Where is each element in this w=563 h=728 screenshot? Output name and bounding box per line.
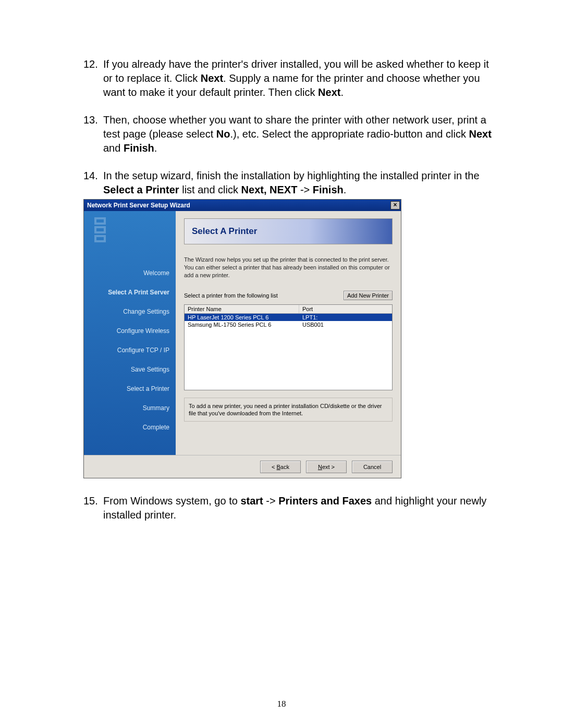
wizard-sidebar: WelcomeSelect A Print ServerChange Setti… — [84, 211, 176, 455]
step-12: 12. If you already have the printer's dr… — [83, 57, 500, 100]
col-port: Port — [299, 305, 392, 313]
printer-list-label: Select a printer from the following list — [184, 292, 344, 299]
window-title: Network Print Server Setup Wizard — [87, 202, 190, 209]
col-printer-name: Printer Name — [185, 305, 299, 313]
wizard-tip: To add a new printer, you need a printer… — [184, 398, 393, 422]
printer-list-header: Printer Name Port — [185, 305, 392, 314]
printer-row[interactable]: HP LaserJet 1200 Series PCL 6LPT1: — [185, 314, 392, 321]
back-button[interactable]: < Back — [260, 461, 301, 473]
sidebar-item-configure-wireless[interactable]: Configure Wireless — [84, 321, 176, 340]
wizard-main: Select A Printer The Wizard now helps yo… — [176, 211, 401, 455]
sidebar-item-select-a-printer[interactable]: Select a Printer — [84, 379, 176, 398]
wizard-heading: Select A Printer — [192, 226, 257, 237]
sidebar-item-summary[interactable]: Summary — [84, 398, 176, 417]
step-14: 14. In the setup wizard, finish the inst… — [83, 169, 500, 197]
close-icon[interactable]: × — [390, 201, 400, 209]
page-number: 18 — [0, 699, 563, 709]
sidebar-item-configure-tcp-ip[interactable]: Configure TCP / IP — [84, 340, 176, 360]
printer-name: HP LaserJet 1200 Series PCL 6 — [185, 314, 299, 321]
wizard-footer: < Back Next > Cancel — [84, 455, 401, 478]
step-13: 13. Then, choose whether you want to sha… — [83, 113, 500, 155]
instruction-list: 12. If you already have the printer's dr… — [63, 57, 500, 522]
sidebar-item-complete[interactable]: Complete — [84, 417, 176, 437]
cancel-button[interactable]: Cancel — [352, 461, 393, 473]
sidebar-item-save-settings[interactable]: Save Settings — [84, 360, 176, 379]
printer-row[interactable]: Samsung ML-1750 Series PCL 6USB001 — [185, 321, 392, 328]
printer-listbox[interactable]: Printer Name Port HP LaserJet 1200 Serie… — [184, 304, 393, 390]
step-body: If you already have the printer's driver… — [103, 57, 500, 100]
sidebar-item-welcome[interactable]: Welcome — [84, 263, 176, 282]
step-number: 15. — [83, 494, 103, 522]
wizard-window: Network Print Server Setup Wizard × Welc… — [83, 199, 401, 478]
step-body: From Windows system, go to start -> Prin… — [103, 494, 500, 522]
sidebar-decor — [94, 217, 109, 259]
wizard-heading-banner: Select A Printer — [184, 218, 393, 244]
printer-port: LPT1: — [299, 314, 392, 321]
wizard-intro: The Wizard now helps you set up the prin… — [184, 256, 393, 279]
sidebar-item-change-settings[interactable]: Change Settings — [84, 302, 176, 321]
sidebar-item-select-a-print-server[interactable]: Select A Print Server — [84, 282, 176, 302]
step-15: 15. From Windows system, go to start -> … — [83, 494, 500, 522]
window-titlebar: Network Print Server Setup Wizard × — [84, 200, 401, 211]
step-body: In the setup wizard, finish the installa… — [103, 169, 500, 197]
step-body: Then, choose whether you want to share t… — [103, 113, 500, 155]
printer-port: USB001 — [299, 321, 392, 328]
printer-name: Samsung ML-1750 Series PCL 6 — [185, 321, 299, 328]
step-number: 13. — [83, 113, 103, 155]
add-new-printer-button[interactable]: Add New Printer — [344, 291, 393, 300]
step-number: 14. — [83, 169, 103, 197]
next-button[interactable]: Next > — [306, 461, 347, 473]
step-number: 12. — [83, 57, 103, 100]
